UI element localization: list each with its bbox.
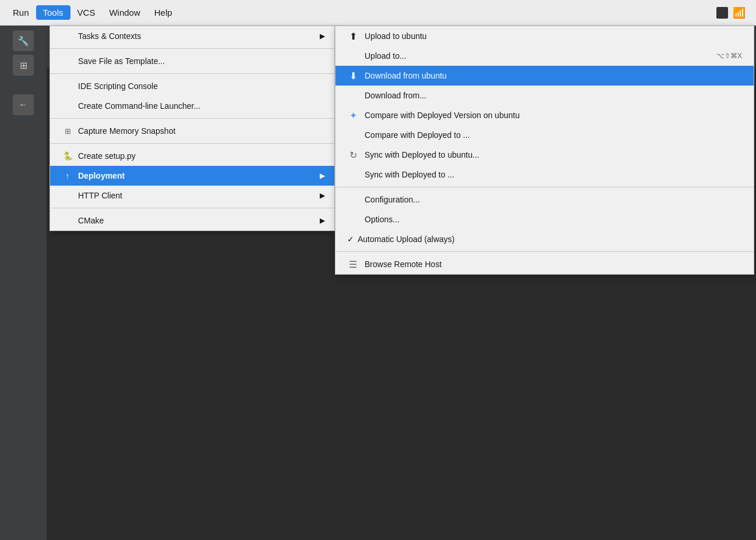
submenu-sync-ubuntu[interactable]: ↻ Sync with Deployed to ubuntu... (335, 145, 754, 165)
submenu-browse-remote[interactable]: ☰ Browse Remote Host (335, 254, 754, 274)
menu-tools[interactable]: Tools (36, 5, 70, 20)
browse-remote-icon: ☰ (347, 259, 359, 270)
http-client-arrow: ▶ (320, 191, 325, 200)
menu-item-deployment[interactable]: ↑ Deployment ▶ (50, 166, 334, 186)
toolbar-config-icon[interactable]: ⊞ (13, 55, 34, 76)
menu-help[interactable]: Help (147, 5, 179, 20)
submenu-upload-ubuntu[interactable]: ⬆ Upload to ubuntu (335, 26, 754, 46)
deployment-arrow: ▶ (320, 172, 325, 180)
menu-vcs[interactable]: VCS (70, 5, 103, 20)
toolbar-back-icon[interactable]: ← (13, 94, 34, 115)
compare-ubuntu-icon: ✦ (347, 110, 359, 121)
submenu-configuration[interactable]: Configuration... (335, 190, 754, 209)
sync-ubuntu-icon: ↻ (347, 150, 359, 161)
menu-item-memory[interactable]: ⊞ Capture Memory Snapshot (50, 121, 334, 141)
submenu-compare-ubuntu[interactable]: ✦ Compare with Deployed Version on ubunt… (335, 105, 754, 125)
menu-item-tasks[interactable]: Tasks & Contexts ▶ (50, 26, 334, 46)
menu-item-setup-py[interactable]: 🐍 Create setup.py (50, 146, 334, 166)
separator-3 (50, 118, 334, 119)
submenu-options[interactable]: Options... (335, 209, 754, 229)
toolbar-wrench-icon[interactable]: 🔧 (13, 30, 34, 51)
menu-bar: Run Tools VCS Window Help 📶 (0, 0, 756, 26)
upload-to-shortcut: ⌥⇧⌘X (716, 52, 742, 60)
separator-2 (50, 73, 334, 74)
menu-run[interactable]: Run (6, 5, 36, 20)
wifi-icon: 📶 (733, 6, 746, 19)
menu-item-cmdline[interactable]: Create Command-line Launcher... (50, 96, 334, 116)
deployment-submenu: ⬆ Upload to ubuntu Upload to... ⌥⇧⌘X ⬇ D… (335, 26, 754, 275)
cmake-arrow: ▶ (320, 216, 325, 225)
upload-ubuntu-icon: ⬆ (347, 31, 359, 42)
submenu-upload-to[interactable]: Upload to... ⌥⇧⌘X (335, 46, 754, 66)
battery-icon (716, 7, 728, 19)
menu-item-cmake[interactable]: CMake ▶ (50, 211, 334, 230)
submenu-compare-to[interactable]: Compare with Deployed to ... (335, 125, 754, 145)
menu-item-http-client[interactable]: HTTP Client ▶ (50, 186, 334, 205)
submenu-separator-2 (335, 251, 754, 252)
separator-4 (50, 143, 334, 144)
separator-1 (50, 48, 334, 49)
submenu-sync-to[interactable]: Sync with Deployed to ... (335, 165, 754, 184)
menu-bar-right: 📶 (716, 6, 750, 19)
menu-item-save-template[interactable]: Save File as Template... (50, 51, 334, 71)
menu-item-ide-scripting[interactable]: IDE Scripting Console (50, 76, 334, 96)
deployment-icon: ↑ (62, 171, 73, 180)
submenu-separator-1 (335, 187, 754, 187)
auto-upload-checkmark: ✓ (347, 235, 354, 244)
setup-py-icon: 🐍 (62, 151, 73, 161)
separator-5 (50, 208, 334, 208)
submenu-download-from[interactable]: Download from... (335, 86, 754, 105)
memory-icon: ⊞ (62, 127, 73, 136)
toolbar: 🔧 ⊞ ← (0, 26, 47, 540)
submenu-download-ubuntu[interactable]: ⬇ Download from ubuntu (335, 66, 754, 86)
menu-window[interactable]: Window (102, 5, 147, 20)
tasks-arrow: ▶ (320, 32, 325, 40)
download-ubuntu-icon: ⬇ (347, 70, 359, 81)
submenu-auto-upload[interactable]: ✓ Automatic Upload (always) (335, 229, 754, 249)
tools-dropdown: Tasks & Contexts ▶ Save File as Template… (50, 26, 335, 231)
